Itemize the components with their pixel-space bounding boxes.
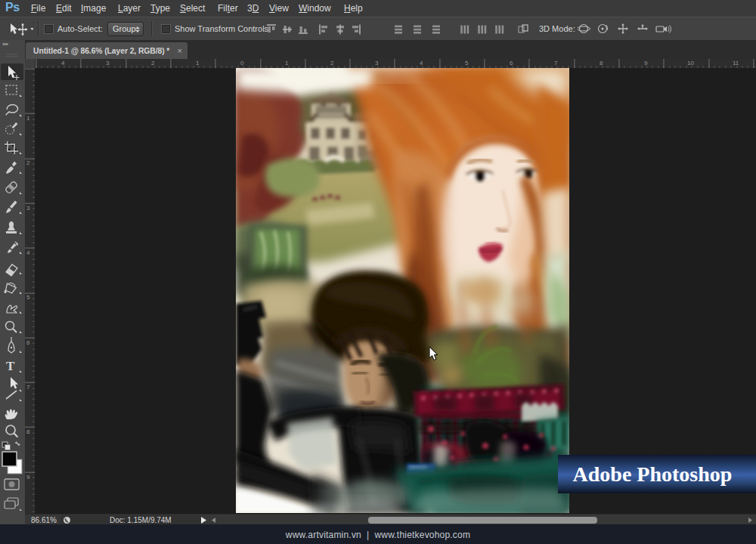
svg-text:T: T [6, 359, 15, 373]
